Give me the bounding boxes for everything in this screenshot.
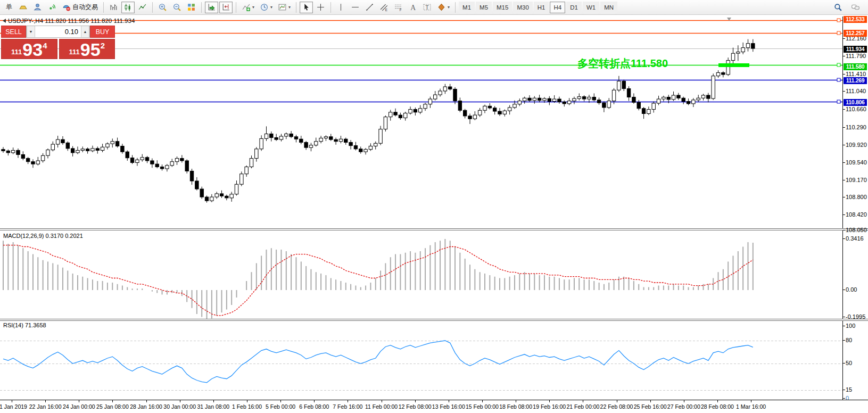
line-handle[interactable] [837, 78, 840, 81]
time-tick [314, 400, 315, 402]
time-axis-label: 24 Jan 00:00 [63, 403, 95, 410]
time-axis-label: 21 Jan 2019 [0, 403, 27, 410]
text-icon[interactable]: A [406, 2, 419, 13]
toolbar-separator [455, 2, 456, 13]
axis-label: 108.800 [846, 194, 867, 200]
cursor-icon[interactable] [300, 2, 313, 13]
vline-icon[interactable] [334, 2, 348, 13]
line-handle[interactable] [837, 19, 840, 22]
search-icon[interactable] [831, 2, 845, 13]
autotrading-button[interactable]: 自动交易 [60, 2, 100, 13]
time-axis-label: 19 Feb 16:00 [533, 403, 566, 410]
time-axis-label: 25 Feb 16:00 [634, 403, 667, 410]
line-handle[interactable] [837, 100, 840, 103]
rsi-panel[interactable] [0, 321, 843, 400]
time-tick [280, 400, 281, 402]
line-handle[interactable] [837, 63, 840, 67]
sell-price-display[interactable]: 111 93 4 [1, 39, 57, 59]
tile-windows-icon[interactable] [185, 2, 198, 13]
indicators-icon[interactable]: ▾ [239, 2, 257, 13]
channel-icon[interactable]: E [377, 2, 391, 13]
arrows-icon [437, 3, 446, 12]
axis-label: 110.660 [846, 106, 866, 112]
chart-window[interactable]: USDJPY-,H4 111.820 111.956 111.820 111.9… [0, 15, 868, 413]
timeframe-button-h1[interactable]: H1 [534, 2, 549, 13]
buy-button[interactable]: BUY [90, 26, 115, 38]
axis-label: 108.420 [846, 211, 867, 218]
timeframe-button-w1[interactable]: W1 [583, 2, 599, 13]
buy-price-sup: 2 [101, 41, 105, 50]
price-line-badge: 111.269 [844, 77, 867, 84]
toolbar-right-group [831, 2, 865, 13]
accounts-icon[interactable] [31, 2, 44, 13]
macd-panel[interactable] [0, 230, 843, 319]
buy-price-display[interactable]: 111 95 2 [59, 39, 115, 59]
pivot-line-segment[interactable] [718, 63, 749, 67]
axis-label: 109.920 [846, 142, 867, 148]
chart-shift-icon[interactable] [219, 2, 233, 13]
timeframe-button-d1[interactable]: D1 [566, 2, 582, 13]
time-axis[interactable]: 21 Jan 201922 Jan 16:0024 Jan 00:0025 Ja… [0, 400, 868, 413]
buy-price-prefix: 111 [69, 48, 80, 55]
line-chart-icon[interactable] [136, 2, 149, 13]
svg-text:E: E [385, 8, 387, 12]
chart-title: USDJPY-,H4 111.820 111.956 111.820 111.9… [3, 18, 135, 24]
signals-icon[interactable] [45, 2, 59, 13]
hline-icon [351, 3, 360, 12]
time-tick [382, 400, 382, 402]
time-axis-label: 25 Jan 08:00 [96, 403, 129, 410]
time-axis-label: 30 Jan 00:00 [163, 403, 196, 410]
volume-increase-button[interactable]: ▲ [81, 26, 89, 37]
timeframe-button-m15[interactable]: M15 [493, 2, 512, 13]
time-tick [247, 400, 247, 402]
pivot-annotation[interactable]: 多空转折点111.580 [577, 56, 668, 71]
search-icon [833, 3, 842, 12]
timeframe-button-m1[interactable]: M1 [459, 2, 475, 13]
label-icon[interactable]: T [420, 2, 434, 13]
time-tick [684, 400, 684, 402]
volume-decrease-button[interactable]: ▼ [27, 26, 35, 37]
time-tick [516, 400, 516, 402]
time-tick [45, 400, 46, 402]
chevron-down-icon: ▾ [448, 5, 450, 10]
chat-icon[interactable] [849, 2, 862, 13]
channel-icon: E [379, 3, 388, 12]
periods-icon[interactable]: ▾ [258, 2, 275, 13]
hline-icon[interactable] [349, 2, 362, 13]
arrows-icon[interactable]: ▾ [435, 2, 452, 13]
candles-chart-icon[interactable] [121, 2, 135, 13]
sell-button[interactable]: SELL [1, 26, 26, 38]
time-axis-label: 1 Mar 16:00 [736, 403, 766, 410]
one-click-trading-panel[interactable]: SELL ▼ ▲ BUY 111 93 4 111 95 2 [1, 26, 115, 59]
timeframe-button-mn[interactable]: MN [600, 2, 617, 13]
volume-stepper[interactable]: ▼ ▲ [26, 26, 90, 38]
line-handle[interactable] [837, 31, 840, 35]
templates-icon[interactable]: ▾ [276, 2, 293, 13]
time-tick [751, 400, 751, 402]
zoom-out-icon[interactable] [170, 2, 184, 13]
time-axis-label: 15 Feb 00:00 [466, 403, 499, 410]
axis-label: 111.040 [846, 88, 866, 94]
crosshair-icon[interactable] [314, 2, 327, 13]
trendline-icon[interactable] [363, 2, 376, 13]
fibo-icon[interactable]: F [392, 2, 405, 13]
buy-price-big: 95 [80, 43, 101, 57]
new-order-label[interactable]: 单 [3, 2, 15, 13]
timeframe-button-m30[interactable]: M30 [513, 2, 532, 13]
gold-bar-icon[interactable] [16, 2, 30, 13]
zoom-out-icon [172, 3, 181, 12]
zoom-in-icon[interactable] [156, 2, 169, 13]
timeframe-button-h4[interactable]: H4 [550, 2, 565, 13]
timeframe-button-m5[interactable]: M5 [476, 2, 492, 13]
time-axis-label: 22 Feb 08:00 [600, 403, 633, 410]
axis-label: 50 [846, 360, 852, 366]
time-axis-label: 5 Feb 00:00 [266, 403, 295, 410]
autoscroll-icon[interactable] [205, 2, 218, 13]
volume-input[interactable] [35, 26, 81, 37]
time-tick [12, 400, 12, 402]
cursor-icon [302, 3, 311, 12]
toolbar-separator [330, 2, 331, 13]
price-chart[interactable] [0, 16, 843, 228]
time-tick [146, 400, 147, 402]
bars-chart-icon[interactable] [107, 2, 120, 13]
